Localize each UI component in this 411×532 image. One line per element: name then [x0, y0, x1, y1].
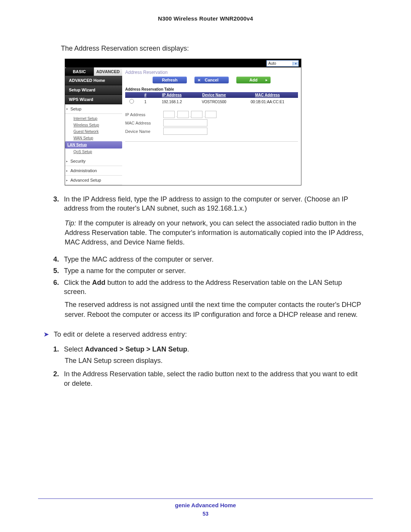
row-ip: 192.168.1.2	[153, 98, 191, 105]
chevron-right-icon: ▸	[66, 179, 68, 182]
side-setup-wizard[interactable]: Setup Wizard	[65, 85, 122, 95]
side-advanced-home[interactable]: ADVANCED Home	[65, 76, 122, 85]
side-section-setup[interactable]: ▾ Setup	[65, 104, 122, 114]
router-sidebar: BASIC ADVANCED ADVANCED Home Setup Wizar…	[65, 67, 122, 185]
step-6-bold: Add	[92, 279, 105, 286]
chevron-right-icon: ▸	[266, 78, 268, 82]
side-section-advanced-setup[interactable]: ▸ Advanced Setup	[65, 176, 122, 185]
sub-qos-setup[interactable]: QoS Setup	[73, 149, 122, 155]
tab-advanced[interactable]: ADVANCED	[94, 67, 123, 76]
tip-label: Tip:	[65, 219, 76, 227]
page-footer: genie Advanced Home 53	[38, 498, 373, 517]
footer-title: genie Advanced Home	[38, 502, 373, 508]
step-4-text: Type the MAC address of the computer or …	[64, 255, 213, 264]
step-6-paragraph: The reserved address is not assigned unt…	[65, 300, 365, 319]
sub-guest-network[interactable]: Guest Network	[73, 128, 122, 135]
side-section-administration-label: Administration	[70, 168, 97, 173]
step-3-number: 3.	[53, 195, 64, 213]
language-select[interactable]: Auto ▾	[266, 60, 299, 67]
tip-text: If the computer is already on your netwo…	[65, 219, 363, 246]
device-name-row: Device Name	[125, 128, 298, 135]
add-button[interactable]: Add ▸	[236, 77, 271, 83]
procedure-heading: ➤ To edit or delete a reserved address e…	[43, 330, 365, 339]
proc2-step-1: 1. Select Advanced > Setup > LAN Setup.	[53, 345, 365, 354]
proc2-step-1-text-a: Select	[64, 345, 85, 353]
side-wps-wizard[interactable]: WPS Wizard	[65, 95, 122, 104]
sub-internet-setup[interactable]: Internet Setup	[73, 115, 122, 122]
procedure-heading-text: To edit or delete a reserved address ent…	[54, 331, 187, 339]
cancel-button-label: Cancel	[205, 78, 218, 82]
row-mac: 00:1B:01:AA:CC:E1	[237, 98, 298, 105]
side-section-security-label: Security	[70, 159, 86, 163]
ip-address-row: IP Address . . .	[125, 111, 298, 118]
proc2-step-2-number: 2.	[53, 369, 64, 388]
chevron-right-icon: ➤	[43, 330, 49, 339]
step-4: 4. Type the MAC address of the computer …	[53, 255, 365, 264]
step-6-text-a: Click the	[64, 279, 92, 286]
sub-wireless-setup[interactable]: Wireless Setup	[73, 122, 122, 128]
side-section-administration[interactable]: ▸ Administration	[65, 166, 122, 176]
proc2-step-2-text: In the Address Reservation table, select…	[64, 369, 365, 388]
ip-address-label: IP Address	[125, 112, 163, 117]
step-6-text: Click the Add button to add the address …	[64, 278, 365, 297]
side-section-setup-label: Setup	[70, 107, 81, 111]
step-3: 3. In the IP Address field, type the IP …	[53, 195, 365, 213]
step-4-number: 4.	[53, 255, 64, 264]
dropdown-icon: ▾	[293, 62, 298, 66]
step-3-text: In the IP Address field, type the IP add…	[64, 195, 365, 213]
device-name-input[interactable]	[163, 128, 207, 135]
panel-title: Address Reservation	[125, 70, 298, 75]
proc2-step-1-paragraph: The LAN Setup screen displays.	[65, 356, 365, 366]
document-header: N300 Wireless Router WNR2000v4	[38, 15, 373, 22]
step-6-number: 6.	[53, 278, 64, 297]
proc2-step-2: 2. In the Address Reservation table, sel…	[53, 369, 365, 388]
col-ip: IP Address	[153, 92, 191, 98]
reservation-form: IP Address . . . MAC Address Device Name	[125, 111, 298, 142]
proc2-step-1-bold: Advanced > Setup > LAN Setup	[85, 345, 187, 353]
ip-octet-2[interactable]	[177, 111, 189, 118]
add-button-label: Add	[249, 78, 257, 82]
proc2-step-1-number: 1.	[53, 345, 64, 354]
close-icon: ✕	[198, 78, 201, 82]
router-main: Address Reservation Refresh ✕ Cancel Add…	[122, 67, 301, 185]
sub-wan-setup[interactable]: WAN Setup	[73, 135, 122, 141]
step-6-text-c: button to add the address to the Address…	[64, 279, 342, 296]
mac-address-input[interactable]	[163, 119, 207, 126]
step-6: 6. Click the Add button to add the addre…	[53, 278, 365, 297]
col-hash: #	[138, 92, 153, 98]
proc2-step-1-text-c: .	[187, 345, 189, 353]
row-index: 1	[138, 98, 153, 105]
setup-sub-list: Internet Setup Wireless Setup Guest Netw…	[65, 114, 122, 157]
chevron-right-icon: ▸	[66, 160, 68, 163]
tip-block: Tip:If the computer is already on your n…	[65, 219, 365, 248]
table-header-row: # IP Address Device Name MAC Address	[125, 92, 298, 98]
mac-address-label: MAC Address	[125, 121, 163, 125]
chevron-right-icon: ▸	[66, 169, 68, 173]
cancel-button[interactable]: ✕ Cancel	[194, 77, 229, 83]
button-row: Refresh ✕ Cancel Add ▸	[125, 77, 298, 83]
table-row: 1 192.168.1.2 VOSTRO1500 00:1B:01:AA:CC:…	[125, 98, 298, 105]
col-mac: MAC Address	[237, 92, 298, 98]
sub-lan-setup[interactable]: LAN Setup	[65, 141, 122, 149]
step-5: 5. Type a name for the computer or serve…	[53, 266, 365, 275]
refresh-button[interactable]: Refresh	[153, 77, 187, 83]
step-5-text: Type a name for the computer or server.	[64, 266, 186, 275]
footer-rule	[38, 498, 373, 499]
footer-page-number: 53	[38, 511, 373, 517]
side-section-security[interactable]: ▸ Security	[65, 157, 122, 166]
ip-octet-4[interactable]	[205, 111, 217, 118]
ip-octet-3[interactable]	[191, 111, 202, 118]
intro-text: The Address Reservation screen displays:	[61, 45, 365, 53]
tab-basic[interactable]: BASIC	[65, 67, 94, 76]
language-select-value: Auto	[267, 61, 293, 66]
router-tabs: BASIC ADVANCED	[65, 67, 122, 76]
chevron-down-icon: ▾	[66, 107, 68, 111]
device-name-label: Device Name	[125, 129, 163, 134]
reservation-table: # IP Address Device Name MAC Address 1 1…	[125, 92, 298, 105]
step-5-number: 5.	[53, 266, 64, 275]
row-device: VOSTRO1500	[191, 98, 237, 105]
table-caption: Address Reservation Table	[125, 87, 298, 91]
row-radio[interactable]	[129, 99, 134, 104]
ip-octet-1[interactable]	[163, 111, 175, 118]
refresh-button-label: Refresh	[162, 78, 178, 82]
